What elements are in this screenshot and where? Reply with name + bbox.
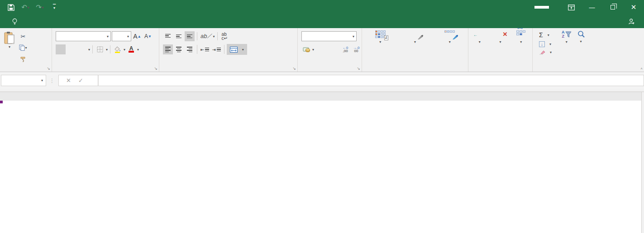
vertical-scrollbar[interactable] <box>641 92 644 233</box>
format-cells-caret-icon: ▾ <box>520 40 522 44</box>
minimize-button[interactable]: — <box>582 0 602 15</box>
align-middle-icon[interactable] <box>174 31 184 41</box>
sort-filter-icon: AZ <box>562 30 572 39</box>
cancel-entry-icon[interactable]: ✕ <box>66 77 71 84</box>
underline-caret-icon[interactable]: ▾ <box>88 48 90 52</box>
formula-bar: ▾ ⋮ ✕ ✓ <box>0 72 644 89</box>
align-center-icon[interactable] <box>174 44 184 54</box>
format-as-table-icon <box>410 30 420 38</box>
clipboard-dialog-launcher-icon[interactable]: ↘ <box>47 66 50 71</box>
align-left-icon[interactable] <box>163 44 173 54</box>
delete-cells-button[interactable]: ✕ ▾ <box>493 29 507 64</box>
conditional-formatting-button[interactable]: ≠ ▾ <box>372 29 388 64</box>
insert-cells-icon: ← <box>475 30 484 38</box>
decrease-decimal-icon[interactable]: →,000 <box>351 44 361 54</box>
italic-button[interactable] <box>67 44 76 54</box>
redo-icon[interactable]: ↷▾ <box>36 4 43 11</box>
magnifier-icon <box>577 30 585 39</box>
fill-button[interactable]: ↓ ▾ <box>537 41 553 48</box>
align-top-icon[interactable] <box>163 31 173 41</box>
font-color-icon[interactable]: A <box>126 44 136 54</box>
cell-styles-button[interactable]: ▾ <box>442 29 458 64</box>
share-person-icon <box>628 18 635 25</box>
eraser-icon <box>539 50 545 55</box>
number-format-caret-icon: ▾ <box>351 34 356 39</box>
confirm-entry-icon[interactable]: ✓ <box>78 77 83 84</box>
fill-caret-icon: ▾ <box>549 42 551 46</box>
group-cells: ← ▾ ✕ ▾ ⟷ ▾ <box>468 28 533 72</box>
cut-icon[interactable]: ✂ <box>18 31 28 41</box>
increase-font-icon[interactable]: A▲ <box>132 31 142 41</box>
underline-button[interactable] <box>77 44 87 54</box>
sort-filter-button[interactable]: AZ ▾ <box>559 29 574 64</box>
decrease-font-icon[interactable]: A▼ <box>143 31 153 41</box>
alignment-dialog-launcher-icon[interactable]: ↘ <box>292 66 296 71</box>
clear-button[interactable]: ▾ <box>537 49 553 55</box>
fill-color-caret-icon[interactable]: ▾ <box>124 48 125 52</box>
align-right-icon[interactable] <box>185 44 195 54</box>
name-box[interactable]: ▾ <box>1 75 46 86</box>
sign-in-button[interactable] <box>534 6 549 9</box>
format-cells-button[interactable]: ⟷ ▾ <box>514 29 528 64</box>
format-painter-icon[interactable] <box>18 54 28 64</box>
formula-input[interactable] <box>98 75 644 86</box>
accounting-caret-icon[interactable]: ▾ <box>312 48 314 52</box>
font-color-caret-icon[interactable]: ▾ <box>137 48 139 52</box>
font-size-combobox[interactable]: ▾ <box>112 31 131 41</box>
collapse-ribbon-icon[interactable]: ˄ <box>640 67 643 71</box>
title-bar: ↶▾ ↷▾ ▔▾ — ✕ <box>0 0 644 15</box>
number-format-combobox[interactable]: ▾ <box>301 31 357 41</box>
wrap-text-icon: abc↵ <box>222 32 228 40</box>
percent-style-button[interactable] <box>315 44 325 54</box>
merge-center-caret-icon: ▾ <box>242 48 244 52</box>
increase-indent-icon[interactable]: ⇥ <box>211 44 221 54</box>
undo-icon[interactable]: ↶▾ <box>22 4 29 11</box>
delete-cells-icon: ✕ <box>496 30 505 38</box>
merge-center-button[interactable]: ▾ <box>227 44 247 55</box>
font-dialog-launcher-icon[interactable]: ↘ <box>154 66 157 71</box>
close-button[interactable]: ✕ <box>623 0 644 15</box>
wrap-text-button[interactable]: abc↵ <box>220 32 232 41</box>
share-button[interactable] <box>628 15 644 28</box>
ribbon-tab-bar <box>0 15 644 28</box>
format-cells-icon: ⟷ <box>516 30 525 38</box>
insert-cells-button[interactable]: ← ▾ <box>472 29 487 64</box>
number-dialog-launcher-icon[interactable]: ↘ <box>357 66 360 71</box>
formula-bar-separator: ⋮ <box>46 78 58 84</box>
restore-button[interactable] <box>602 0 623 15</box>
fill-color-icon[interactable] <box>113 44 123 54</box>
borders-icon[interactable] <box>95 44 105 54</box>
name-box-caret-icon: ▾ <box>41 78 46 83</box>
orientation-icon[interactable]: ab⟋ <box>200 31 212 41</box>
bold-button[interactable] <box>56 44 66 54</box>
restore-icon <box>611 5 615 10</box>
purple-range-outline <box>0 101 3 103</box>
format-as-table-button[interactable]: ▾ <box>407 29 423 64</box>
decrease-indent-icon[interactable]: ⇤ <box>200 44 210 54</box>
delete-cells-caret-icon: ▾ <box>499 40 501 44</box>
fill-down-icon: ↓ <box>539 41 545 47</box>
autosum-button[interactable]: Σ ▾ <box>537 31 553 39</box>
comma-style-button[interactable] <box>326 44 336 54</box>
orientation-caret-icon[interactable]: ▾ <box>213 34 215 39</box>
find-select-button[interactable]: ▾ <box>574 29 588 64</box>
clear-caret-icon: ▾ <box>550 50 552 54</box>
copy-icon[interactable]: ▾ <box>18 43 28 53</box>
group-alignment: ab⟋ ▾ abc↵ ⇤ ⇥ ▾ ↘ <box>159 28 298 72</box>
increase-decimal-icon[interactable]: ←0,00 <box>340 44 350 54</box>
quick-access-toolbar: ↶▾ ↷▾ ▔▾ <box>7 4 58 11</box>
tell-me-box[interactable] <box>12 15 21 28</box>
ribbon: ▾ ✂ ▾ ↘ ▾ ▾ A▲ A▼ <box>0 28 644 72</box>
save-icon[interactable] <box>7 4 14 11</box>
paste-button[interactable]: ▾ <box>1 30 18 64</box>
font-name-combobox[interactable]: ▾ <box>56 31 111 41</box>
sort-filter-caret-icon: ▾ <box>566 40 568 44</box>
merge-center-icon <box>230 47 238 53</box>
lightbulb-icon <box>12 18 18 25</box>
font-name-caret-icon: ▾ <box>105 34 110 39</box>
accounting-format-icon[interactable] <box>301 44 311 54</box>
align-bottom-icon[interactable] <box>185 31 195 41</box>
customize-quick-access-icon[interactable]: ▔▾ <box>51 4 58 11</box>
borders-caret-icon[interactable]: ▾ <box>106 48 108 52</box>
ribbon-display-options-icon[interactable] <box>561 0 582 15</box>
